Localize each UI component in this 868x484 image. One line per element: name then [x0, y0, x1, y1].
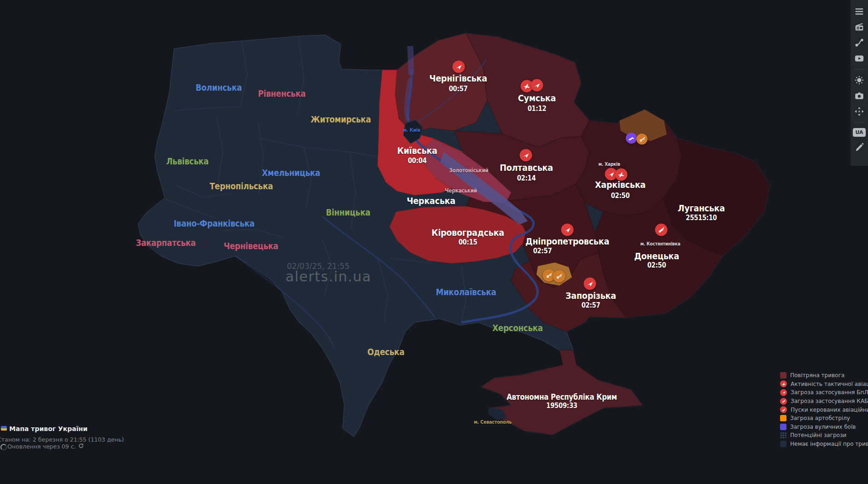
drone-alert-badge[interactable] — [561, 224, 574, 236]
region-label-alert[interactable]: Кіровоградська — [431, 227, 504, 238]
legend-label: Немає інформації про тривогу — [790, 441, 868, 447]
region-label-quiet[interactable]: Івано-Франківська — [174, 218, 255, 228]
region-alert-timer: 19509:33 — [546, 402, 577, 410]
region-alert-timer: 01:12 — [528, 105, 547, 113]
region-label-quiet[interactable]: Миколаївська — [436, 287, 496, 297]
legend-label: Загроза артобстрілу — [790, 415, 850, 421]
legend-swatch — [780, 415, 786, 421]
region-label-alert[interactable]: Дніпропетровська — [525, 236, 609, 247]
radio-icon[interactable] — [854, 22, 864, 32]
legend-swatch — [780, 432, 786, 438]
legend-label: Загроза застосування КАБ — [791, 398, 868, 404]
legend-label: Пуски керованих авіаційних бомб — [791, 407, 868, 413]
region-label-alert[interactable]: Чернігівська — [429, 73, 487, 84]
region-alert-timer: 00:04 — [408, 157, 427, 165]
city-label: м. Севастополь — [474, 419, 512, 425]
region-label-alert[interactable]: Запорізька — [565, 290, 616, 301]
legend-item: Загроза артобстрілу — [780, 414, 868, 423]
region-label-quiet[interactable]: Вінницька — [326, 207, 371, 217]
region-label-quiet[interactable]: Закарпатська — [136, 238, 196, 248]
city-label: м. Харків — [598, 161, 620, 167]
region-label-alert[interactable]: Луганська — [678, 203, 725, 214]
region-alert-timer: 02:57 — [582, 301, 600, 309]
legend-item: Загроза вуличних боїв — [780, 423, 868, 432]
legend-label: Активність тактичної авіації — [791, 381, 868, 387]
update-line: Оновлення через 09 с. — [7, 443, 84, 450]
language-ua-badge[interactable]: UA — [853, 128, 865, 137]
alerts-map-app: 02/03/25, 21:55 alerts.in.ua ВолинськаРі… — [0, 0, 868, 484]
sidebar-divider — [853, 69, 865, 70]
route-icon[interactable] — [854, 38, 864, 48]
update-progress-icon — [0, 444, 7, 450]
region-label-quiet[interactable]: Житомирська — [311, 114, 371, 124]
pencil-icon[interactable] — [854, 142, 864, 152]
region-alert-timer: 02:50 — [647, 261, 666, 269]
watermark-site: alerts.in.ua — [285, 268, 372, 285]
region-label-alert[interactable]: Харківська — [595, 179, 646, 190]
rifle-alert-badge[interactable] — [626, 133, 637, 144]
drone-icon — [780, 389, 787, 396]
bottom-toolbar — [0, 457, 868, 484]
region-alert-timer: 25515:10 — [686, 214, 717, 222]
ukraine-flag-icon — [1, 426, 7, 431]
bomb-icon — [780, 406, 787, 413]
update-line-text: Оновлення через 09 с. — [7, 443, 76, 450]
legend-label: Повітряна тривога — [790, 372, 845, 379]
camera-icon[interactable] — [854, 91, 864, 101]
region-label-alert[interactable]: Автономна Республіка Крим — [507, 392, 617, 402]
region-label-quiet[interactable]: Львівська — [166, 156, 209, 166]
legend-item: Повітряна тривога — [780, 371, 868, 380]
youtube-icon[interactable] — [854, 53, 864, 64]
region-alert-timer: 00:57 — [449, 85, 468, 93]
legend-item: Пуски керованих авіаційних бомб — [780, 405, 868, 414]
bomb-icon — [780, 398, 787, 405]
region-label-quiet[interactable]: Хмельницька — [262, 168, 320, 178]
jet-icon — [780, 380, 787, 387]
artillery-alert-badge[interactable] — [636, 134, 647, 145]
region-alert-timer: 00:15 — [459, 238, 478, 246]
raion-label: Золотоніський — [449, 167, 489, 174]
region-label-quiet[interactable]: Чернівецька — [224, 241, 279, 251]
legend-label: Загроза вуличних боїв — [790, 424, 856, 430]
sidebar-divider — [853, 122, 865, 122]
legend-item: Загроза застосування БпЛА — [780, 388, 868, 397]
app-title: Мапа тривог України — [9, 425, 87, 432]
raion-label: Черкаський — [445, 187, 477, 194]
region-label-alert[interactable]: Черкаська — [407, 195, 455, 206]
region-label-alert[interactable]: Полтавська — [500, 162, 553, 173]
region-alert-timer: 02:50 — [611, 192, 630, 200]
region-label-quiet[interactable]: Херсонська — [492, 323, 543, 333]
legend-swatch — [780, 424, 786, 430]
legend-item: Активність тактичної авіації — [780, 380, 868, 389]
region-label-alert[interactable]: Донецька — [634, 251, 679, 262]
region-label-quiet[interactable]: Тернопільська — [210, 181, 273, 191]
fullscreen-icon[interactable] — [854, 106, 864, 117]
bomb-alert-badge[interactable] — [655, 224, 668, 236]
legend: Повітряна тривогаАктивність тактичної ав… — [780, 371, 868, 448]
drone-alert-badge[interactable] — [520, 149, 532, 162]
region-label-quiet[interactable]: Рівненська — [258, 88, 305, 99]
region-label-quiet[interactable]: Одеська — [367, 347, 404, 357]
drone-alert-badge[interactable] — [453, 61, 465, 73]
city-label: м. Костянтинівка — [641, 241, 681, 246]
drone-alert-badge[interactable] — [531, 79, 543, 92]
legend-swatch — [780, 372, 786, 379]
region-alert-timer: 02:14 — [517, 174, 536, 182]
right-sidebar: UA — [851, 0, 868, 166]
region-label-alert[interactable]: Сумська — [518, 93, 556, 104]
jet-alert-badge[interactable] — [615, 169, 628, 181]
legend-item: Загроза застосування КАБ — [780, 397, 868, 406]
legend-item: Потенційні загрози — [780, 431, 868, 440]
legend-label: Потенційні загрози — [790, 432, 846, 438]
brightness-icon[interactable] — [854, 75, 864, 85]
artillery-alert-badge[interactable] — [553, 270, 565, 283]
legend-label: Загроза застосування БпЛА — [791, 389, 868, 396]
city-label: м. Київ — [403, 127, 420, 133]
drone-alert-badge[interactable] — [584, 278, 596, 290]
refresh-icon[interactable] — [78, 443, 84, 450]
menu-icon[interactable] — [854, 6, 864, 17]
region-label-quiet[interactable]: Волинська — [196, 82, 242, 93]
region-label-alert[interactable]: Київська — [397, 145, 437, 156]
legend-item: Немає інформації про тривогу — [780, 440, 868, 449]
legend-swatch — [780, 441, 786, 447]
